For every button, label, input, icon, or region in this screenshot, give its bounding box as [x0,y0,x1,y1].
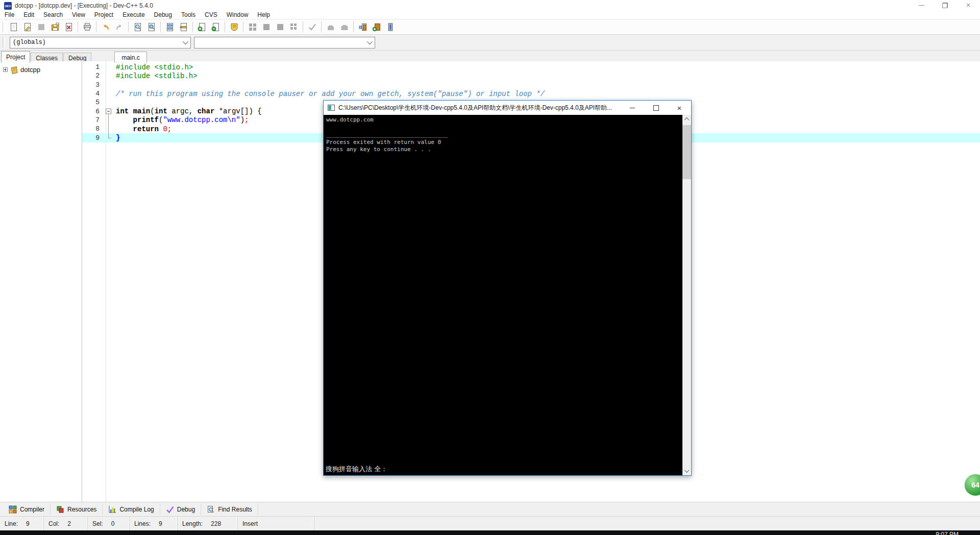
compile-log-icon [108,505,116,514]
close-file-button[interactable] [62,20,76,34]
menu-search[interactable]: Search [39,11,67,18]
insert-icon [358,22,368,32]
console-line: Press any key to continue . . . [326,146,448,154]
members-combobox[interactable] [194,37,375,48]
report-tab-resources[interactable]: Resources [51,504,103,515]
project-properties-button[interactable] [227,20,241,34]
console-maximize-button[interactable] [644,101,668,115]
insert-button[interactable] [356,20,370,34]
clock-text: 9:07 PM [936,531,959,535]
console-close-button[interactable]: × [668,101,691,115]
fold-line [108,116,109,125]
undo-icon [101,22,111,32]
console-scrollbar[interactable] [682,115,691,475]
save-file-button[interactable] [34,20,48,34]
scrollbar-thumb[interactable] [682,125,691,179]
redo-button[interactable] [112,20,126,34]
console-controls: × [621,101,691,115]
status-cell-insert: Insert [238,517,314,530]
menu-execute[interactable]: Execute [118,11,149,18]
find-in-files-icon [146,22,157,32]
svg-text:DEV: DEV [5,5,11,8]
remove-from-project-button[interactable] [209,20,223,34]
menu-view[interactable]: View [67,11,90,18]
syntax-check-button[interactable] [305,20,319,34]
toolbar-separator [225,21,225,32]
chevron-down-icon [183,39,188,44]
find-button[interactable] [131,20,144,34]
compiler-icon [9,505,17,514]
status-cell-length: Length:228 [178,517,238,530]
goto-line-button[interactable] [177,20,190,34]
close-file-icon [64,22,74,32]
code-line-3: 3 [82,81,980,89]
status-cell-lines: Lines:9 [130,517,178,530]
status-label: Line: [5,520,18,527]
menu-debug[interactable]: Debug [150,11,177,18]
compile-run-button[interactable] [287,20,301,34]
console-title-bar[interactable]: C:\Users\PC\Desktop\学生机环境-Dev-cpp5.4.0及A… [324,101,691,115]
restore-button[interactable] [933,0,957,10]
console-window[interactable]: C:\Users\PC\Desktop\学生机环境-Dev-cpp5.4.0及A… [323,100,692,476]
toggle-bookmark-icon [385,22,396,32]
report-tab-debug[interactable]: Debug [160,504,201,515]
menu-help[interactable]: Help [253,11,275,18]
code-line-4: 4/* run this program using the console p… [82,89,980,98]
chevron-down-icon [367,39,373,44]
add-bookmark-button[interactable] [370,20,383,34]
report-tabs: CompilerResourcesCompile LogDebugFind Re… [0,502,980,517]
editor-tab-main-c[interactable]: main.c [114,52,146,63]
open-file-button[interactable] [20,20,34,34]
find-in-files-button[interactable] [144,20,158,34]
rebuild-icon [275,22,285,32]
project-tree-item-dotcpp[interactable]: dotcpp [0,61,82,74]
console-window-icon [327,104,335,112]
report-tab-find-results[interactable]: Find Results [201,504,258,515]
scroll-up-button[interactable] [682,115,691,124]
new-file-button[interactable] [7,20,20,34]
fold-gutter [105,71,113,80]
scroll-down-button[interactable] [682,467,691,475]
menu-project[interactable]: Project [90,11,118,18]
sidebar-tab-project[interactable]: Project [1,51,30,63]
open-file-icon [22,22,33,32]
status-cell-sel: Sel:0 [88,517,130,530]
console-minimize-button[interactable] [621,101,644,115]
replace-button[interactable] [163,20,177,34]
undo-button[interactable] [99,20,112,34]
report-tab-compiler[interactable]: Compiler [3,504,51,515]
plus-box-icon[interactable] [3,67,8,72]
fold-gutter [105,107,113,115]
menu-window[interactable]: Window [222,11,253,18]
profiling-analysis-button[interactable] [337,20,351,34]
toggle-bookmark-button[interactable] [383,20,397,34]
status-value: 228 [211,520,221,527]
rebuild-button[interactable] [273,20,287,34]
menu-cvs[interactable]: CVS [200,11,222,18]
report-tab-compile-log[interactable]: Compile Log [103,504,160,515]
console-line [326,124,448,132]
run-button[interactable] [259,20,273,34]
minimize-button[interactable] [910,0,933,10]
menu-tools[interactable]: Tools [177,11,200,18]
globals-combobox[interactable]: (globals) [10,37,191,48]
close-icon: × [677,104,682,112]
save-all-button[interactable] [48,20,62,34]
title-bar: DEV dotcpp - [dotcpp.dev] - [Executing] … [0,0,980,10]
toolbar-separator [303,21,303,32]
menu-edit[interactable]: Edit [19,11,39,18]
add-to-project-button[interactable] [195,20,209,34]
status-label: Lines: [134,520,151,527]
print-button[interactable] [80,20,94,34]
toolbar-separator [192,21,193,32]
devcpp-window: DEV dotcpp - [dotcpp.dev] - [Executing] … [0,0,980,535]
fold-collapse-icon[interactable] [106,109,111,114]
code-text: #include <stdlib.h> [113,72,198,80]
compile-button[interactable] [246,20,259,34]
profile-button[interactable] [324,20,337,34]
line-number: 3 [82,81,105,89]
find-results-icon [207,505,215,514]
report-tab-label: Debug [177,506,195,513]
close-button[interactable]: × [957,0,980,10]
menu-file[interactable]: File [0,11,19,18]
